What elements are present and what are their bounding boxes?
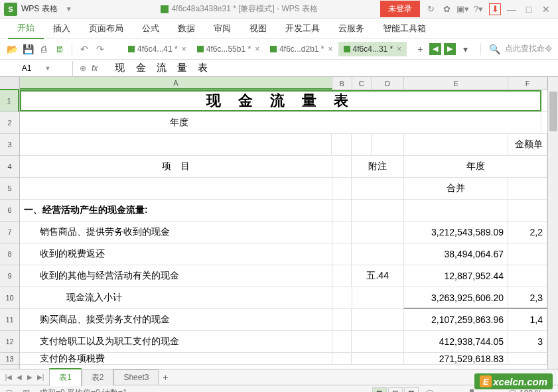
- cell[interactable]: [332, 222, 352, 243]
- cell-e[interactable]: 38,494,064.67: [404, 243, 508, 265]
- cell-f[interactable]: [508, 200, 547, 221]
- cell-a[interactable]: 收到的税费返还: [20, 243, 332, 265]
- tab-next-button[interactable]: ▶: [444, 43, 456, 55]
- ribbon-tab-cloud[interactable]: 云服务: [329, 19, 374, 38]
- cell-f[interactable]: 2,2: [508, 222, 547, 243]
- col-header-c[interactable]: C: [352, 77, 372, 90]
- row-header-13[interactable]: 13: [0, 353, 19, 365]
- print-icon[interactable]: ⎙: [37, 42, 50, 56]
- ribbon-tab-review[interactable]: 审阅: [204, 19, 240, 38]
- undo-icon[interactable]: ↶: [78, 42, 91, 56]
- project-header[interactable]: 项 目: [20, 156, 332, 177]
- cell-e[interactable]: [404, 200, 508, 221]
- cell[interactable]: [332, 156, 352, 177]
- cell[interactable]: [332, 243, 352, 265]
- cell[interactable]: 年度: [20, 112, 338, 133]
- cell[interactable]: [508, 178, 547, 199]
- cell-a[interactable]: 一、经营活动产生的现金流量:: [20, 200, 332, 221]
- row-header-4[interactable]: 4: [0, 156, 19, 178]
- tab-prev-button[interactable]: ◀: [429, 43, 441, 55]
- cell[interactable]: [352, 309, 404, 330]
- print-preview-icon[interactable]: 🗎: [53, 42, 66, 56]
- sheet-tab-3[interactable]: Sheet3: [113, 369, 159, 385]
- chevron-down-icon[interactable]: ▼: [44, 65, 50, 72]
- cell-e[interactable]: 3,263,925,606.20: [404, 287, 508, 308]
- cell[interactable]: [20, 178, 332, 199]
- row-header-12[interactable]: 12: [0, 331, 19, 353]
- skin-icon[interactable]: ▣▾: [457, 4, 468, 15]
- sync-icon[interactable]: ↻: [425, 4, 436, 15]
- row-header-3[interactable]: 3: [0, 134, 19, 156]
- redo-icon[interactable]: ↷: [94, 42, 107, 56]
- view-normal-button[interactable]: ▦: [372, 387, 387, 393]
- ribbon-tab-pagelayout[interactable]: 页面布局: [80, 19, 133, 38]
- sheet-next-icon[interactable]: ▶: [25, 373, 35, 382]
- cell[interactable]: [352, 200, 404, 221]
- cell-a[interactable]: 销售商品、提供劳务收到的现金: [20, 222, 332, 243]
- cell-e[interactable]: 2,107,259,863.96: [404, 309, 508, 330]
- search-input[interactable]: 点此查找命令: [505, 43, 553, 54]
- sheet-first-icon[interactable]: |◀: [4, 373, 13, 382]
- formula-input[interactable]: 现 金 流 量 表: [109, 62, 212, 74]
- cell[interactable]: [404, 134, 508, 155]
- ribbon-tab-start[interactable]: 开始: [8, 18, 44, 39]
- cell-f[interactable]: 3: [508, 331, 547, 352]
- maximize-button[interactable]: □: [523, 4, 534, 15]
- row-header-10[interactable]: 10: [0, 287, 19, 309]
- save-icon[interactable]: 💾: [21, 42, 35, 56]
- cell-f[interactable]: [508, 265, 547, 287]
- sheet-last-icon[interactable]: ▶|: [36, 373, 45, 382]
- ribbon-tab-view[interactable]: 视图: [240, 19, 276, 38]
- cell[interactable]: [338, 112, 541, 133]
- cell[interactable]: [332, 287, 352, 308]
- ribbon-tab-ai[interactable]: 智能工具箱: [374, 19, 435, 38]
- scrollbar-thumb[interactable]: [549, 92, 557, 131]
- cell[interactable]: [352, 353, 404, 364]
- cell-e[interactable]: 12,887,952.44: [404, 265, 508, 287]
- year-header[interactable]: 年度: [404, 156, 547, 177]
- note-header[interactable]: 附注: [352, 156, 404, 177]
- vertical-scrollbar[interactable]: [547, 77, 558, 369]
- row-header-5[interactable]: 5: [0, 178, 19, 200]
- col-header-f[interactable]: F: [508, 77, 547, 90]
- cell[interactable]: [352, 178, 404, 199]
- name-box[interactable]: A1 ▼: [0, 61, 73, 76]
- cell-f[interactable]: [508, 243, 547, 265]
- col-header-d[interactable]: D: [372, 77, 404, 90]
- cell-e[interactable]: 412,938,744.05: [404, 331, 508, 352]
- ribbon-tab-formula[interactable]: 公式: [133, 19, 169, 38]
- settings-icon[interactable]: ✿: [441, 4, 452, 15]
- row-header-6[interactable]: 6: [0, 200, 19, 222]
- ribbon-tab-insert[interactable]: 插入: [44, 19, 80, 38]
- fx-label[interactable]: fx: [92, 64, 98, 73]
- cell[interactable]: [352, 134, 372, 155]
- cell-f[interactable]: 2,3: [508, 287, 547, 308]
- app-menu-dropdown-icon[interactable]: ▼: [66, 5, 72, 13]
- cell-f[interactable]: 1,4: [508, 309, 547, 330]
- new-tab-icon[interactable]: +: [413, 42, 427, 56]
- close-icon[interactable]: ×: [328, 44, 333, 54]
- title-cell[interactable]: 现 金 流 量 表: [20, 90, 541, 111]
- cell[interactable]: [332, 200, 352, 221]
- cell[interactable]: [352, 243, 404, 265]
- merge-header[interactable]: 合并: [404, 178, 508, 199]
- grid[interactable]: 现 金 流 量 表 年度 金额单 项 目 附注 年度: [20, 90, 547, 365]
- view-page-button[interactable]: ▤: [388, 387, 403, 393]
- help-icon[interactable]: ?▾: [473, 4, 484, 15]
- zoom-out-button[interactable]: ◯—: [425, 389, 442, 393]
- cell[interactable]: [332, 331, 352, 352]
- row-header-11[interactable]: 11: [0, 309, 19, 331]
- cell[interactable]: [372, 134, 404, 155]
- col-header-e[interactable]: E: [404, 77, 508, 90]
- row-header-8[interactable]: 8: [0, 243, 19, 265]
- cell-d[interactable]: 五.44: [352, 265, 404, 287]
- cell-a[interactable]: 现金流入小计: [20, 287, 332, 308]
- cell[interactable]: [352, 222, 404, 243]
- cell-f[interactable]: [508, 353, 547, 364]
- file-tab-2[interactable]: 4f6c...55b1 *×: [192, 42, 265, 56]
- file-tab-3[interactable]: 4f6c...d2b1 *×: [265, 42, 338, 56]
- cell-a[interactable]: 收到的其他与经营活动有关的现金: [20, 265, 332, 287]
- zoom-thumb[interactable]: [470, 389, 474, 393]
- close-icon[interactable]: ×: [255, 44, 259, 54]
- close-button[interactable]: ✕: [541, 4, 551, 15]
